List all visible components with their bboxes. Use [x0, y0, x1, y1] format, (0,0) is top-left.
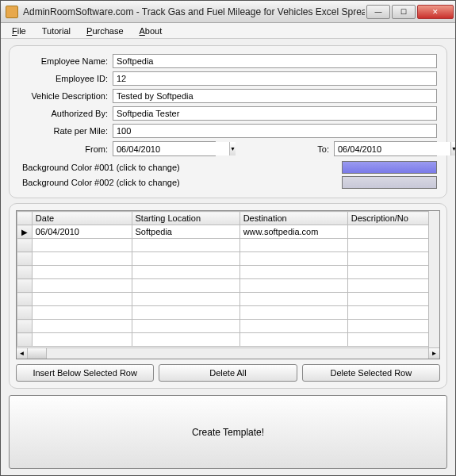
table-cell[interactable]	[347, 252, 439, 266]
table-cell[interactable]	[347, 293, 439, 306]
window-title: AdminRoomSoftware.com - Track Gas and Fu…	[23, 6, 365, 17]
delete-all-button[interactable]: Delete All	[159, 364, 297, 382]
data-grid[interactable]: DateStarting LocationDestinationDescript…	[16, 210, 440, 359]
table-row[interactable]	[17, 279, 439, 293]
table-cell[interactable]	[132, 266, 239, 279]
create-template-button[interactable]: Create Template!	[9, 395, 447, 469]
table-cell[interactable]	[239, 266, 347, 279]
from-date-dropdown-icon[interactable]: ▼	[229, 142, 236, 155]
table-cell[interactable]	[132, 252, 239, 266]
table-cell[interactable]: 06/04/2010	[32, 225, 132, 239]
table-cell[interactable]	[132, 239, 239, 252]
row-marker[interactable]	[17, 293, 33, 306]
table-cell[interactable]	[32, 306, 132, 320]
table-cell[interactable]	[132, 279, 239, 293]
menu-tutorial[interactable]: Tutorial	[34, 25, 79, 37]
maximize-button[interactable]: ☐	[392, 5, 416, 19]
titlebar[interactable]: AdminRoomSoftware.com - Track Gas and Fu…	[1, 1, 455, 23]
scroll-right-icon[interactable]: ►	[428, 348, 439, 359]
to-date-picker[interactable]: ▼	[334, 141, 437, 156]
authorized-by-field[interactable]	[113, 106, 437, 121]
table-cell[interactable]	[132, 333, 239, 347]
row-marker[interactable]	[17, 266, 33, 279]
form-group: Employee Name: Employee ID: Vehicle Desc…	[9, 45, 447, 198]
table-cell[interactable]	[132, 320, 239, 333]
row-marker[interactable]	[17, 306, 33, 320]
table-cell[interactable]	[132, 293, 239, 306]
table-cell[interactable]	[347, 239, 439, 252]
table-cell[interactable]	[32, 279, 132, 293]
table-cell[interactable]	[32, 239, 132, 252]
table-cell[interactable]	[347, 306, 439, 320]
row-marker[interactable]	[17, 239, 33, 252]
table-cell[interactable]	[347, 279, 439, 293]
from-date-field[interactable]	[113, 142, 229, 155]
table-row[interactable]	[17, 306, 439, 320]
horizontal-scrollbar[interactable]: ◄ ►	[17, 347, 439, 359]
app-window: AdminRoomSoftware.com - Track Gas and Fu…	[0, 0, 456, 476]
menubar: File Tutorial Purchase About	[1, 23, 455, 39]
table-row[interactable]: ▶06/04/2010Softpediawww.softpedia.com	[17, 225, 439, 239]
table-cell[interactable]	[347, 320, 439, 333]
table-cell[interactable]	[32, 320, 132, 333]
table-row[interactable]	[17, 239, 439, 252]
menu-label: urchase	[92, 26, 123, 36]
vehicle-description-field[interactable]	[113, 89, 437, 103]
table-row[interactable]	[17, 333, 439, 347]
table-cell[interactable]	[32, 333, 132, 347]
to-date-dropdown-icon[interactable]: ▼	[450, 142, 455, 155]
employee-name-field[interactable]	[113, 54, 437, 68]
menu-about[interactable]: About	[132, 25, 171, 37]
row-marker[interactable]	[17, 320, 33, 333]
delete-selected-button[interactable]: Delete Selected Row	[302, 364, 440, 382]
label-authorized-by: Authorized By:	[19, 109, 113, 118]
menu-label: ile	[17, 26, 26, 36]
table-cell[interactable]	[239, 293, 347, 306]
table-cell[interactable]	[347, 333, 439, 347]
scroll-thumb[interactable]	[28, 348, 47, 359]
scroll-left-icon[interactable]: ◄	[17, 348, 28, 359]
row-marker[interactable]: ▶	[17, 225, 33, 239]
to-date-field[interactable]	[335, 142, 450, 155]
menu-label: bout	[145, 26, 162, 36]
row-header-column	[17, 212, 33, 225]
table-row[interactable]	[17, 320, 439, 333]
table-row[interactable]	[17, 266, 439, 279]
table-cell[interactable]	[239, 333, 347, 347]
bg-color-1-swatch[interactable]	[342, 161, 437, 174]
vertical-scrollbar[interactable]	[428, 211, 439, 347]
bg-color-2-label: Background Color #002 (click to change)	[19, 178, 342, 187]
table-cell[interactable]: Softpedia	[132, 225, 239, 239]
row-marker[interactable]	[17, 279, 33, 293]
row-marker[interactable]	[17, 252, 33, 266]
employee-id-field[interactable]	[113, 71, 437, 86]
menu-purchase[interactable]: Purchase	[79, 25, 131, 37]
column-header[interactable]: Date	[32, 212, 132, 225]
insert-row-button[interactable]: Insert Below Selected Row	[16, 364, 154, 382]
column-header[interactable]: Starting Location	[132, 212, 239, 225]
table-cell[interactable]	[239, 306, 347, 320]
close-button[interactable]: ✕	[417, 5, 454, 19]
table-cell[interactable]: www.softpedia.com	[239, 225, 347, 239]
rate-per-mile-field[interactable]	[113, 124, 437, 138]
table-cell[interactable]	[239, 279, 347, 293]
column-header[interactable]: Description/No	[347, 212, 439, 225]
minimize-button[interactable]: —	[366, 5, 390, 19]
row-marker[interactable]	[17, 333, 33, 347]
table-cell[interactable]	[32, 266, 132, 279]
table-cell[interactable]	[347, 225, 439, 239]
table-cell[interactable]	[32, 252, 132, 266]
column-header[interactable]: Destination	[239, 212, 347, 225]
table-cell[interactable]	[347, 266, 439, 279]
table-cell[interactable]	[239, 252, 347, 266]
table-cell[interactable]	[239, 320, 347, 333]
scroll-track[interactable]	[47, 348, 428, 359]
table-cell[interactable]	[132, 306, 239, 320]
bg-color-2-swatch[interactable]	[342, 176, 437, 189]
menu-file[interactable]: File	[4, 25, 34, 37]
table-cell[interactable]	[239, 239, 347, 252]
table-cell[interactable]	[32, 293, 132, 306]
from-date-picker[interactable]: ▼	[113, 141, 216, 156]
table-row[interactable]	[17, 293, 439, 306]
table-row[interactable]	[17, 252, 439, 266]
